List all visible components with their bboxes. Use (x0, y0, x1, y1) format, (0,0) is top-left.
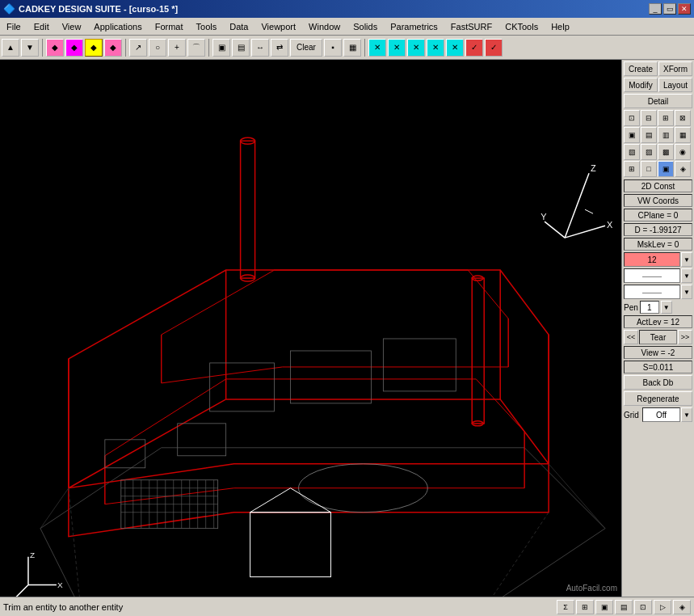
tb-up-btn[interactable]: ▲ (2, 39, 19, 57)
line2-dropdown-arrow[interactable]: ▼ (681, 285, 692, 299)
pen-label: Pen (624, 303, 638, 312)
backdb-row: Back Db (624, 375, 692, 390)
svg-rect-0 (0, 60, 621, 596)
statusbar-icon-6[interactable]: ▷ (654, 600, 671, 614)
grid-value: Off (642, 407, 680, 422)
tb-box3-btn[interactable]: ↔ (251, 39, 269, 57)
menu-solids[interactable]: Solids (347, 20, 384, 33)
tb-box4-btn[interactable]: ⇄ (271, 39, 288, 57)
tear-right-btn[interactable]: >> (678, 330, 692, 344)
tb-circle-btn[interactable]: ○ (149, 39, 166, 57)
main-area: Z X Y Z X Y AutoFacil.c (0, 60, 694, 597)
svg-text:Y: Y (540, 212, 547, 222)
line1-dropdown-arrow[interactable]: ▼ (681, 268, 692, 283)
tb-clear-btn[interactable]: Clear (290, 39, 322, 57)
pen-dropdown-arrow[interactable]: ▼ (661, 301, 672, 314)
grid-dropdown-row: Grid Off ▼ (624, 407, 692, 422)
tb-sep2 (125, 39, 126, 57)
canvas-svg: Z X Y Z X Y (0, 60, 621, 597)
right-panel: Create XForm Modify Layout Detail ⊡ ⊟ ⊞ … (621, 60, 694, 597)
line2-value: ——— (624, 285, 680, 299)
regen-row: Regenerate (624, 391, 692, 406)
svg-text:X: X (607, 220, 613, 230)
panel-icon-10[interactable]: ▨ (641, 144, 657, 160)
statusbar-icon-7[interactable]: ◈ (673, 600, 691, 614)
svg-text:Z: Z (591, 163, 596, 173)
statusbar-icon-2[interactable]: ⊞ (576, 600, 594, 614)
panel-icon-7[interactable]: ▥ (658, 127, 674, 143)
tb-plus-btn[interactable]: + (168, 39, 186, 57)
menu-view[interactable]: View (56, 20, 88, 33)
tb-box1-btn[interactable]: ▣ (212, 39, 230, 57)
tb-arrow-btn[interactable]: ↗ (129, 39, 147, 57)
status-icons: Σ ⊞ ▣ ▤ ⊡ ▷ ◈ (557, 600, 691, 614)
backdb-btn[interactable]: Back Db (624, 375, 692, 390)
panel-icon-6[interactable]: ▤ (641, 127, 657, 143)
panel-icon-9[interactable]: ▧ (624, 144, 640, 160)
close-button[interactable]: ✕ (678, 3, 691, 15)
tab-create[interactable]: Create (624, 61, 658, 76)
tb-yellow-btn[interactable]: ◆ (85, 39, 103, 57)
tb-red1-btn[interactable]: ✓ (465, 39, 483, 57)
panel-icon-14[interactable]: □ (641, 161, 657, 177)
panel-icon-2[interactable]: ⊟ (641, 110, 657, 126)
tb-pink2-btn[interactable]: ◆ (104, 39, 122, 57)
tb-cyan1-btn[interactable]: ✕ (368, 39, 386, 57)
panel-icon-5[interactable]: ▣ (624, 127, 640, 143)
menu-window[interactable]: Window (302, 20, 347, 33)
tab-layout[interactable]: Layout (658, 78, 692, 92)
tab-detail[interactable]: Detail (624, 94, 692, 108)
menu-file[interactable]: File (0, 20, 27, 33)
restore-button[interactable]: ▭ (663, 3, 676, 15)
tb-cyan3-btn[interactable]: ✕ (407, 39, 425, 57)
panel-icon-3[interactable]: ⊞ (658, 110, 674, 126)
level-value: 12 (624, 252, 680, 267)
tb-box2-btn[interactable]: ▤ (232, 39, 250, 57)
tb-cyan5-btn[interactable]: ✕ (446, 39, 464, 57)
tb-cyan4-btn[interactable]: ✕ (427, 39, 444, 57)
level-dropdown-row: 12 ▼ (624, 252, 692, 267)
menu-parametrics[interactable]: Parametrics (384, 20, 444, 33)
panel-icon-15[interactable]: ▣ (658, 161, 674, 177)
menu-cktools[interactable]: CKTools (498, 20, 545, 33)
panel-icon-12[interactable]: ◉ (675, 144, 691, 160)
regen-btn[interactable]: Regenerate (624, 391, 692, 406)
tb-magenta-btn[interactable]: ◆ (65, 39, 83, 57)
statusbar-icon-1[interactable]: Σ (557, 600, 574, 614)
status-cplane: CPlane = 0 (624, 209, 692, 222)
panel-tabs-row2: Modify Layout (624, 78, 692, 92)
canvas-area[interactable]: Z X Y Z X Y AutoFacil.c (0, 60, 621, 597)
menu-tools[interactable]: Tools (190, 20, 224, 33)
menu-format[interactable]: Format (149, 20, 190, 33)
grid-dropdown-arrow[interactable]: ▼ (681, 407, 692, 422)
tb-curve-btn[interactable]: ⌒ (187, 39, 205, 57)
tab-xform[interactable]: XForm (658, 61, 692, 76)
tab-modify[interactable]: Modify (624, 78, 658, 92)
tb-red2-btn[interactable]: ✓ (485, 39, 503, 57)
titlebar-controls[interactable]: _ ▭ ✕ (649, 3, 691, 15)
tb-down-btn[interactable]: ▼ (21, 39, 39, 57)
menu-data[interactable]: Data (223, 20, 254, 33)
level-dropdown-arrow[interactable]: ▼ (681, 252, 692, 267)
statusbar-icon-4[interactable]: ▤ (615, 600, 633, 614)
tear-label[interactable]: Tear (639, 330, 677, 344)
menu-applications[interactable]: Applications (87, 20, 148, 33)
panel-icon-1[interactable]: ⊡ (624, 110, 640, 126)
panel-icon-13[interactable]: ⊞ (624, 161, 640, 177)
panel-icon-16[interactable]: ◈ (675, 161, 691, 177)
panel-icon-8[interactable]: ▦ (675, 127, 691, 143)
tb-cyan2-btn[interactable]: ✕ (388, 39, 406, 57)
minimize-button[interactable]: _ (649, 3, 662, 15)
tb-icon1-btn[interactable]: ▪ (324, 39, 342, 57)
statusbar-icon-5[interactable]: ⊡ (634, 600, 652, 614)
statusbar-icon-3[interactable]: ▣ (595, 600, 613, 614)
panel-icon-11[interactable]: ▩ (658, 144, 674, 160)
menu-help[interactable]: Help (545, 20, 576, 33)
panel-icon-4[interactable]: ⊠ (675, 110, 691, 126)
menu-viewport[interactable]: Viewport (254, 20, 302, 33)
menu-fastsurf[interactable]: FastSURF (444, 20, 498, 33)
tb-pink1-btn[interactable]: ◆ (46, 39, 64, 57)
menu-edit[interactable]: Edit (27, 20, 56, 33)
tear-left-btn[interactable]: << (624, 330, 638, 344)
tb-icon2-btn[interactable]: ▦ (343, 39, 361, 57)
